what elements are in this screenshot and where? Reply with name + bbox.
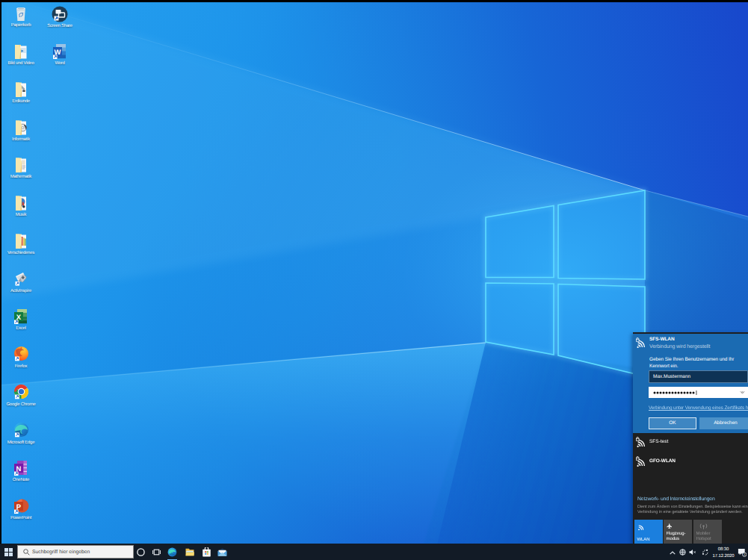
svg-text:1: 1 (744, 553, 746, 556)
